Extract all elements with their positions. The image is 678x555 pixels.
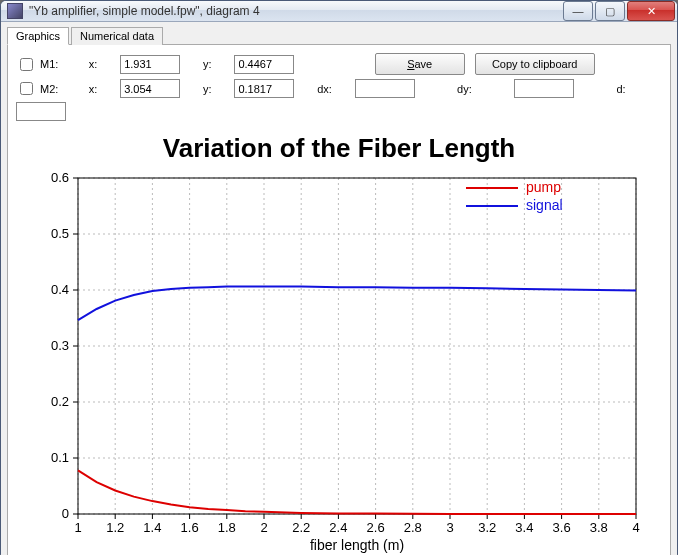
- dy-output: [514, 79, 574, 98]
- m2-x-input[interactable]: [120, 79, 180, 98]
- svg-text:0.4: 0.4: [51, 282, 69, 297]
- m2-label: M2:: [40, 83, 58, 95]
- m1-label: M1:: [40, 58, 58, 70]
- marker-controls: M1: x: y: Save Copy to clipboard M2: x:: [16, 53, 662, 121]
- svg-text:2.4: 2.4: [329, 520, 347, 535]
- titlebar: "Yb amplifier, simple model.fpw", diagra…: [1, 1, 677, 22]
- m2-x-label: x:: [89, 83, 114, 95]
- dy-label: dy:: [457, 83, 508, 95]
- svg-text:3.6: 3.6: [553, 520, 571, 535]
- m1-checkbox-group: M1:: [16, 55, 83, 74]
- svg-text:3: 3: [446, 520, 453, 535]
- svg-text:0.5: 0.5: [51, 226, 69, 241]
- tab-graphics[interactable]: Graphics: [7, 27, 69, 45]
- svg-text:0.3: 0.3: [51, 338, 69, 353]
- svg-text:0: 0: [62, 506, 69, 521]
- svg-text:2: 2: [260, 520, 267, 535]
- svg-text:2.8: 2.8: [404, 520, 422, 535]
- svg-text:fiber length (m): fiber length (m): [310, 537, 404, 553]
- svg-text:3.4: 3.4: [515, 520, 533, 535]
- m1-x-label: x:: [89, 58, 114, 70]
- d-output: [16, 102, 66, 121]
- tab-panel-graphics: M1: x: y: Save Copy to clipboard M2: x:: [7, 45, 671, 555]
- svg-text:1.8: 1.8: [218, 520, 236, 535]
- m1-y-label: y:: [203, 58, 228, 70]
- m2-y-input[interactable]: [234, 79, 294, 98]
- chart: Variation of the Fiber Length 11.21.41.6…: [16, 129, 662, 555]
- window-title: "Yb amplifier, simple model.fpw", diagra…: [29, 4, 561, 18]
- svg-text:1: 1: [74, 520, 81, 535]
- svg-rect-23: [78, 178, 636, 514]
- client-area: Graphics Numerical data M1: x: y: Save C…: [1, 22, 677, 555]
- app-icon: [7, 3, 23, 19]
- maximize-button[interactable]: ▢: [595, 1, 625, 21]
- m1-y-input[interactable]: [234, 55, 294, 74]
- m2-y-label: y:: [203, 83, 228, 95]
- svg-text:pump: pump: [526, 179, 561, 195]
- m2-checkbox-group: M2:: [16, 79, 83, 98]
- svg-text:2.2: 2.2: [292, 520, 310, 535]
- svg-text:signal: signal: [526, 197, 563, 213]
- svg-text:1.2: 1.2: [106, 520, 124, 535]
- svg-text:0.2: 0.2: [51, 394, 69, 409]
- svg-text:3.2: 3.2: [478, 520, 496, 535]
- svg-text:0.1: 0.1: [51, 450, 69, 465]
- m1-checkbox[interactable]: [20, 58, 33, 71]
- svg-text:4: 4: [632, 520, 639, 535]
- m1-x-input[interactable]: [120, 55, 180, 74]
- chart-title: Variation of the Fiber Length: [16, 129, 662, 166]
- close-button[interactable]: ✕: [627, 1, 675, 21]
- chart-canvas: 11.21.41.61.822.22.42.62.833.23.43.63.84…: [16, 166, 656, 555]
- svg-text:3.8: 3.8: [590, 520, 608, 535]
- save-button[interactable]: Save: [375, 53, 465, 75]
- svg-text:1.4: 1.4: [143, 520, 161, 535]
- tab-bar: Graphics Numerical data: [7, 26, 671, 45]
- dx-output: [355, 79, 415, 98]
- svg-text:1.6: 1.6: [181, 520, 199, 535]
- d-label: d:: [616, 83, 662, 95]
- window-controls: — ▢ ✕: [561, 1, 675, 21]
- svg-text:0.6: 0.6: [51, 170, 69, 185]
- m2-checkbox[interactable]: [20, 82, 33, 95]
- copy-to-clipboard-button[interactable]: Copy to clipboard: [475, 53, 595, 75]
- minimize-button[interactable]: —: [563, 1, 593, 21]
- svg-text:2.6: 2.6: [367, 520, 385, 535]
- app-window: "Yb amplifier, simple model.fpw", diagra…: [0, 0, 678, 555]
- dx-label: dx:: [317, 83, 349, 95]
- tab-numerical-data[interactable]: Numerical data: [71, 27, 163, 45]
